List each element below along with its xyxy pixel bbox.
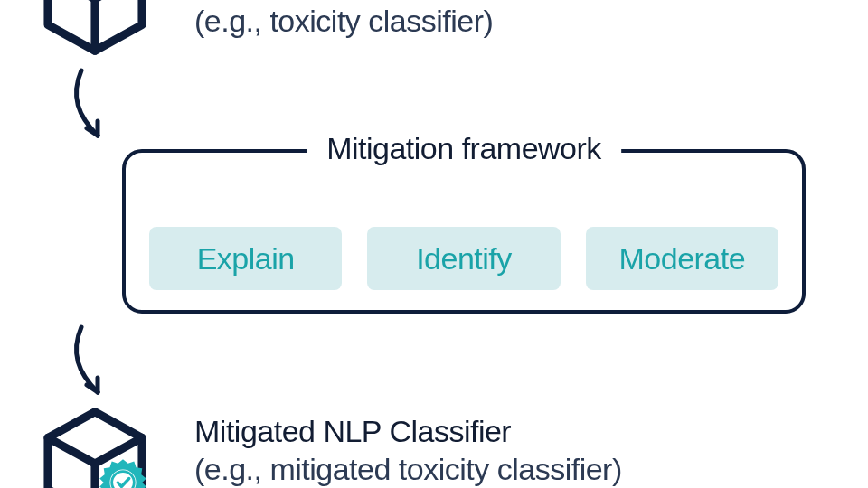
arrow-down-1 bbox=[61, 65, 116, 155]
mitigated-classifier-subtitle: (e.g., mitigated toxicity classifier) bbox=[194, 452, 622, 487]
diagram-stage: Original NLP Classifier (e.g., toxicity … bbox=[0, 0, 868, 488]
arrow-down-2 bbox=[61, 322, 116, 412]
mitigation-framework-box: Mitigation framework Explain Identify Mo… bbox=[122, 149, 806, 314]
framework-title: Mitigation framework bbox=[307, 131, 621, 166]
framework-steps-row: Explain Identify Moderate bbox=[126, 227, 802, 290]
original-classifier-title: Original NLP Classifier bbox=[194, 0, 493, 1]
framework-step-identify: Identify bbox=[367, 227, 560, 290]
verified-badge-icon bbox=[98, 457, 148, 488]
framework-step-explain: Explain bbox=[149, 227, 342, 290]
mitigated-classifier-title: Mitigated NLP Classifier bbox=[194, 414, 511, 449]
framework-step-moderate: Moderate bbox=[586, 227, 778, 290]
original-classifier-subtitle: (e.g., toxicity classifier) bbox=[194, 4, 493, 39]
cube-icon-original bbox=[36, 0, 154, 58]
